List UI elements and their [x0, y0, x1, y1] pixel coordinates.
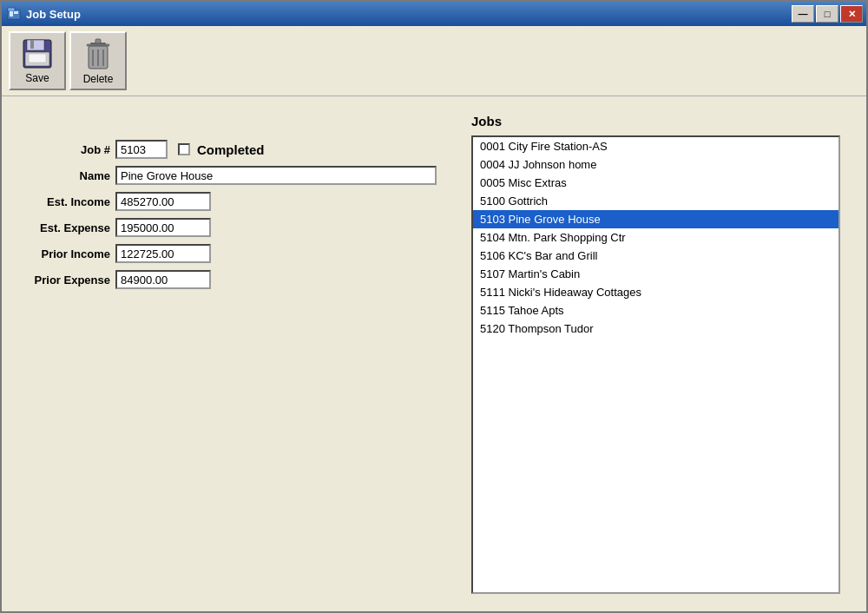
form-section: Job # Completed Name Est. Income Est. Ex… — [28, 114, 437, 594]
svg-rect-6 — [30, 40, 34, 49]
job-list-item[interactable]: 5115 Tahoe Apts — [473, 301, 838, 320]
job-number-row: Job # Completed — [28, 140, 437, 159]
job-number-input[interactable] — [115, 140, 168, 159]
job-list-item[interactable]: 5104 Mtn. Park Shopping Ctr — [473, 228, 838, 247]
job-list-item[interactable]: 0004 JJ Johnson home — [473, 155, 838, 174]
svg-rect-5 — [27, 40, 44, 50]
job-list-item[interactable]: 5111 Nicki's Hideaway Cottages — [473, 283, 838, 301]
svg-rect-2 — [10, 11, 13, 16]
job-number-label: Job # — [28, 143, 110, 156]
save-label: Save — [25, 72, 49, 84]
prior-income-input[interactable] — [115, 244, 211, 263]
est-income-input[interactable] — [115, 192, 211, 211]
maximize-button[interactable]: □ — [816, 5, 838, 23]
prior-income-row: Prior Income — [28, 244, 437, 263]
job-list-item[interactable]: 0005 Misc Extras — [473, 174, 838, 192]
est-expense-row: Est. Expense — [28, 218, 437, 237]
jobs-list[interactable]: 0001 City Fire Station-AS0004 JJ Johnson… — [471, 135, 840, 594]
name-input[interactable] — [115, 166, 437, 185]
svg-rect-3 — [14, 11, 18, 14]
prior-expense-label: Prior Expense — [28, 274, 110, 287]
job-list-item[interactable]: 0001 City Fire Station-AS — [473, 137, 838, 155]
prior-expense-row: Prior Expense — [28, 270, 437, 289]
est-income-label: Est. Income — [28, 195, 110, 208]
title-buttons: — □ ✕ — [792, 5, 863, 23]
est-income-row: Est. Income — [28, 192, 437, 211]
content-area: Job # Completed Name Est. Income Est. Ex… — [2, 96, 866, 611]
save-icon — [22, 38, 53, 69]
completed-checkbox[interactable] — [178, 143, 190, 155]
job-list-item[interactable]: 5100 Gottrich — [473, 192, 838, 210]
completed-label: Completed — [197, 142, 265, 157]
main-window: Job Setup — □ ✕ Save — [0, 0, 868, 613]
name-row: Name — [28, 166, 437, 185]
job-list-item[interactable]: 5103 Pine Grove House — [473, 210, 838, 228]
est-expense-label: Est. Expense — [28, 221, 110, 234]
close-button[interactable]: ✕ — [840, 5, 863, 23]
job-list-item[interactable]: 5106 KC's Bar and Grill — [473, 247, 838, 265]
delete-icon — [83, 37, 113, 70]
completed-row: Completed — [178, 142, 265, 157]
job-list-item[interactable]: 5107 Martin's Cabin — [473, 265, 838, 283]
title-bar: Job Setup — □ ✕ — [2, 2, 866, 26]
prior-expense-input[interactable] — [115, 270, 211, 289]
est-expense-input[interactable] — [115, 218, 211, 237]
jobs-section: Jobs 0001 City Fire Station-AS0004 JJ Jo… — [471, 114, 840, 594]
window-title: Job Setup — [26, 8, 81, 21]
save-button[interactable]: Save — [9, 31, 66, 90]
name-label: Name — [28, 169, 110, 182]
toolbar: Save Delete — [2, 26, 866, 96]
prior-income-label: Prior Income — [28, 247, 110, 260]
job-list-item[interactable]: 5120 Thompson Tudor — [473, 320, 838, 338]
title-bar-left: Job Setup — [7, 7, 81, 21]
svg-rect-10 — [95, 39, 101, 43]
minimize-button[interactable]: — — [792, 5, 814, 23]
svg-rect-8 — [29, 54, 46, 63]
svg-rect-1 — [8, 8, 15, 11]
delete-label: Delete — [83, 73, 114, 85]
jobs-title: Jobs — [471, 114, 840, 129]
app-icon — [7, 7, 21, 21]
delete-button[interactable]: Delete — [69, 31, 127, 90]
